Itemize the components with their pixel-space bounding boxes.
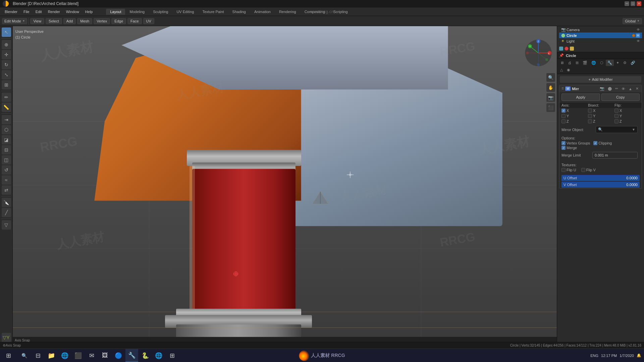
- menu-file[interactable]: File: [21, 9, 32, 14]
- file-explorer-icon[interactable]: 📁: [45, 349, 58, 362]
- tab-scene-props[interactable]: 🎬: [581, 60, 589, 66]
- axis-z-checkbox[interactable]: Z: [561, 119, 587, 123]
- menu-render[interactable]: Render: [45, 9, 63, 14]
- knife-tool[interactable]: 🔪: [2, 198, 11, 207]
- flip-z-check[interactable]: [614, 119, 619, 123]
- tab-rendering[interactable]: Rendering: [275, 9, 300, 15]
- blender-taskbar-icon[interactable]: 🔵: [112, 349, 125, 362]
- global-selector[interactable]: Global ▼: [623, 18, 642, 24]
- poly-build-tool[interactable]: ◫: [2, 155, 11, 165]
- toolbar-mesh-btn[interactable]: Mesh: [77, 18, 92, 24]
- flip-x-check[interactable]: [614, 109, 619, 113]
- camera-btn[interactable]: 📷: [546, 93, 555, 102]
- start-button[interactable]: ⊞: [0, 349, 17, 362]
- spin-tool[interactable]: ↺: [2, 165, 11, 175]
- flip-u-item[interactable]: Flip U: [561, 168, 576, 172]
- zoom-in-btn[interactable]: 🔍: [546, 73, 555, 82]
- mode-selector[interactable]: Edit Mode ▼: [2, 18, 27, 24]
- scale-tool[interactable]: ⤡: [2, 70, 11, 79]
- v-offset-row[interactable]: V Offset 0.0000: [561, 182, 640, 188]
- toolbar-view-btn[interactable]: View: [30, 18, 44, 24]
- blender-active-icon[interactable]: 🔧: [125, 349, 138, 362]
- flip-v-check[interactable]: [581, 168, 585, 172]
- bisect-z-check[interactable]: [588, 119, 592, 123]
- axis-y-check[interactable]: [561, 114, 566, 118]
- flip-u-check[interactable]: [561, 168, 566, 172]
- tab-physics-props[interactable]: ⚙: [622, 60, 628, 66]
- mod-vis-icon[interactable]: 👁: [621, 86, 626, 91]
- vertex-groups-item[interactable]: ✓ Vertex Groups: [561, 141, 590, 145]
- bisect-tool[interactable]: ╱: [2, 208, 11, 217]
- bisect-z-checkbox[interactable]: Z: [588, 119, 613, 123]
- tab-layout[interactable]: Layout: [106, 9, 125, 15]
- light-item[interactable]: ☀ Light 👁: [559, 38, 642, 44]
- toolbar-add-btn[interactable]: Add: [63, 18, 76, 24]
- cursor-tool[interactable]: ⊕: [2, 40, 11, 49]
- smooth-tool[interactable]: ≈: [2, 175, 11, 185]
- camera-item[interactable]: 📷 Camera 👁: [559, 27, 642, 33]
- bisect-y-check[interactable]: [588, 114, 592, 118]
- mail-icon[interactable]: ✉: [85, 349, 98, 362]
- apply-button[interactable]: Apply: [561, 94, 600, 101]
- add-modifier-button[interactable]: + Add Modifier: [560, 76, 641, 83]
- taskview-icon[interactable]: ⊟: [32, 349, 44, 362]
- edge-icon[interactable]: 🌐: [58, 349, 71, 362]
- extrude-tool[interactable]: ⇥: [2, 115, 11, 124]
- move-tool[interactable]: ✛: [2, 50, 11, 59]
- rotate-tool[interactable]: ↻: [2, 60, 11, 69]
- measure-tool[interactable]: 📏: [2, 103, 11, 112]
- shapekeys-tool[interactable]: ▽: [2, 220, 11, 230]
- tab-object-props[interactable]: ⬡: [598, 60, 605, 66]
- toolbar-select-btn[interactable]: Select: [46, 18, 62, 24]
- vis-eye-icon-light[interactable]: 👁: [637, 39, 640, 43]
- tab-texture-paint[interactable]: Texture Paint: [198, 9, 228, 15]
- copy-button[interactable]: Copy: [601, 94, 640, 101]
- toolbar-face-btn[interactable]: Face: [127, 18, 142, 24]
- annotate-tool[interactable]: ✏: [2, 93, 11, 102]
- chrome-icon[interactable]: 🌐: [152, 349, 165, 362]
- tab-particle-props[interactable]: ✦: [614, 60, 621, 66]
- axis-x-check[interactable]: ✓: [561, 109, 566, 113]
- toolbar-vertex-btn[interactable]: Vertex: [94, 18, 110, 24]
- tab-modeling[interactable]: Modeling: [125, 9, 149, 15]
- maximize-button[interactable]: □: [631, 1, 635, 6]
- flip-y-checkbox[interactable]: Y: [614, 114, 640, 118]
- taskbar-search[interactable]: 🔍: [17, 351, 31, 360]
- render-preview-btn[interactable]: ⬛: [546, 103, 555, 112]
- store-icon[interactable]: ⬛: [72, 349, 85, 362]
- tab-material-props[interactable]: ◉: [565, 67, 572, 73]
- clipping-item[interactable]: ✓ Clipping: [593, 141, 612, 145]
- clipping-check[interactable]: ✓: [593, 141, 597, 145]
- inset-tool[interactable]: ⬡: [2, 125, 11, 134]
- axis-x-checkbox[interactable]: ✓ X: [561, 109, 587, 113]
- viewport[interactable]: 人人素材 RRCG RRCG 人人素材 人人素材 RRCG 人人素材 人人素材 …: [13, 26, 557, 344]
- tab-modifier-props[interactable]: 🔧: [606, 60, 614, 66]
- flip-y-check[interactable]: [614, 114, 619, 118]
- mod-edit-icon[interactable]: ✏: [614, 86, 619, 91]
- menu-help[interactable]: Help: [83, 9, 96, 14]
- mod-camera-icon[interactable]: 📷: [599, 86, 605, 91]
- toolbar-edge-btn[interactable]: Edge: [111, 18, 126, 24]
- merge-check[interactable]: ✓: [561, 146, 566, 150]
- menu-window[interactable]: Window: [63, 9, 82, 14]
- tab-sculpting[interactable]: Sculpting: [149, 9, 172, 15]
- mirror-object-field[interactable]: 🔍 ▼: [596, 126, 638, 133]
- tab-view-layer-props[interactable]: ⊞: [574, 60, 580, 66]
- merge-limit-field[interactable]: 0.001 m: [592, 152, 638, 159]
- vertex-groups-check[interactable]: ✓: [561, 141, 566, 145]
- flip-x-checkbox[interactable]: X: [614, 109, 640, 113]
- tab-data-props[interactable]: △: [558, 67, 565, 73]
- pan-btn[interactable]: ✋: [546, 83, 555, 92]
- nav-gizmo[interactable]: X Y Z: [523, 38, 553, 68]
- u-offset-row[interactable]: U Offset 0.0000: [561, 175, 640, 181]
- flip-v-item[interactable]: Flip V: [581, 168, 596, 172]
- menu-blender[interactable]: Blender: [2, 9, 20, 14]
- menu-edit[interactable]: Edit: [33, 9, 45, 14]
- edge-slide-tool[interactable]: ⇄: [2, 185, 11, 195]
- bisect-x-checkbox[interactable]: X: [588, 109, 613, 113]
- tab-output-props[interactable]: 🖨: [566, 60, 573, 66]
- axis-y-checkbox[interactable]: Y: [561, 114, 587, 118]
- tab-shading[interactable]: Shading: [228, 9, 250, 15]
- flip-z-checkbox[interactable]: Z: [614, 119, 640, 123]
- python-icon[interactable]: 🐍: [139, 349, 152, 362]
